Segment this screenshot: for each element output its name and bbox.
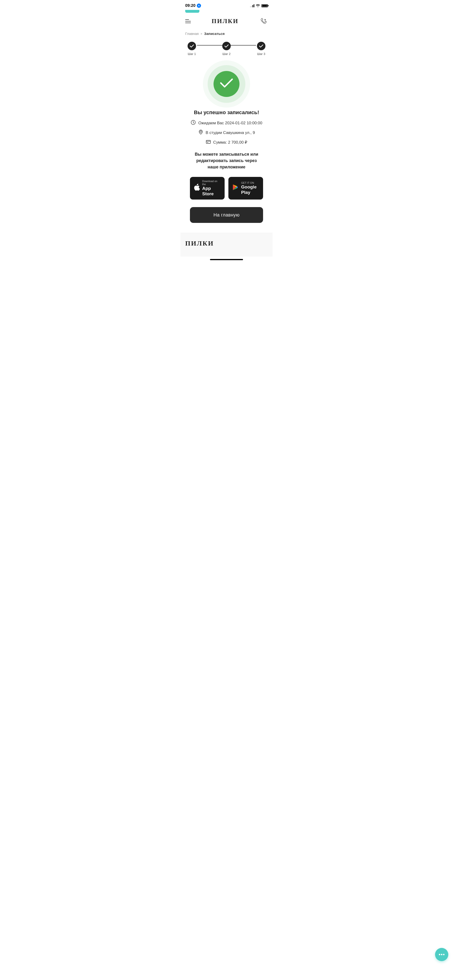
svg-marker-0: [198, 5, 200, 6]
svg-rect-3: [206, 140, 211, 143]
step-3: Шаг 3: [257, 42, 265, 56]
teal-strip: [185, 10, 199, 13]
status-time: 09:20: [185, 3, 201, 8]
home-button[interactable]: На главную: [190, 207, 263, 223]
home-indicator: [180, 257, 273, 264]
info-line-location: В студии Савушкина ул., 9: [190, 129, 263, 136]
breadcrumb-separator: »: [201, 32, 202, 35]
info-line-amount: Сумма: 2 700,00 ₽: [190, 139, 263, 146]
step-3-circle: [257, 42, 265, 50]
info-line-datetime: Ожидаем Вас 2024-01-02 10:00:00: [190, 120, 263, 126]
signal-bar-2: [251, 6, 252, 7]
main-button-container: На главную: [185, 207, 268, 231]
google-play-icon: [232, 184, 239, 192]
time-display: 09:20: [185, 3, 195, 8]
step-2-circle: [222, 42, 231, 50]
app-store-button[interactable]: Download on the App Store: [190, 177, 225, 199]
datetime-text: Ожидаем Вас 2024-01-02 10:00:00: [198, 121, 262, 126]
signal-bar-3: [252, 5, 253, 7]
step-2-label: Шаг 2: [222, 52, 231, 56]
app-store-text: Download on the App Store: [202, 180, 221, 197]
step-2: Шаг 2: [222, 42, 231, 56]
location-text: В студии Савушкина ул., 9: [206, 130, 255, 135]
app-store-title: App Store: [202, 186, 221, 197]
google-play-button[interactable]: GET IT ON Google Play: [228, 177, 263, 199]
success-container: Вы успешно записались! Ожидаем Вас 2024-…: [180, 60, 273, 233]
google-play-text: GET IT ON Google Play: [241, 181, 259, 195]
step-1-label: Шаг 1: [188, 52, 196, 56]
google-play-subtitle: GET IT ON: [241, 181, 259, 185]
signal-bars: [250, 4, 254, 7]
amount-text: Сумма: 2 700,00 ₽: [213, 140, 247, 145]
success-glow: [207, 65, 246, 103]
step-3-label: Шаг 3: [257, 52, 265, 56]
home-bar: [210, 259, 243, 260]
card-icon: [206, 139, 211, 146]
info-lines: Ожидаем Вас 2024-01-02 10:00:00 В студии…: [185, 120, 268, 146]
status-icons: [250, 4, 268, 8]
footer: ПИЛКИ: [180, 233, 273, 257]
breadcrumb: Главная » Записаться: [180, 30, 273, 40]
menu-line-3: [185, 23, 191, 23]
footer-brand: ПИЛКИ: [185, 240, 268, 247]
steps-container: Шаг 1 Шаг 2 Шаг 3: [180, 40, 273, 60]
step-1: Шаг 1: [188, 42, 196, 56]
app-buttons: Download on the App Store GET IT ON Goog…: [185, 177, 268, 199]
step-1-circle: [188, 42, 196, 50]
breadcrumb-home[interactable]: Главная: [185, 32, 199, 36]
location-pin-icon: [198, 129, 203, 136]
menu-line-1: [185, 19, 189, 20]
wifi-icon: [256, 4, 260, 8]
location-icon: [197, 3, 201, 8]
google-play-title: Google Play: [241, 185, 259, 195]
menu-icon[interactable]: [185, 19, 191, 23]
header: ПИЛКИ: [180, 13, 273, 30]
apple-icon: [194, 183, 200, 193]
signal-bar-1: [250, 6, 251, 7]
status-bar: 09:20: [180, 0, 273, 10]
svg-point-2: [200, 131, 201, 132]
battery-icon: [262, 4, 268, 7]
battery-fill: [262, 5, 267, 6]
success-title: Вы успешно записались!: [194, 110, 259, 116]
menu-line-2: [185, 21, 191, 21]
promo-text: Вы можете записываться или редактировать…: [185, 151, 268, 170]
signal-bar-4: [254, 4, 254, 7]
success-circle: [214, 71, 239, 97]
brand-name: ПИЛКИ: [212, 18, 239, 25]
check-mark-icon: [220, 78, 233, 90]
app-store-subtitle: Download on the: [202, 180, 221, 186]
phone-icon[interactable]: [259, 17, 268, 25]
breadcrumb-current: Записаться: [204, 32, 225, 36]
clock-icon: [191, 120, 196, 126]
